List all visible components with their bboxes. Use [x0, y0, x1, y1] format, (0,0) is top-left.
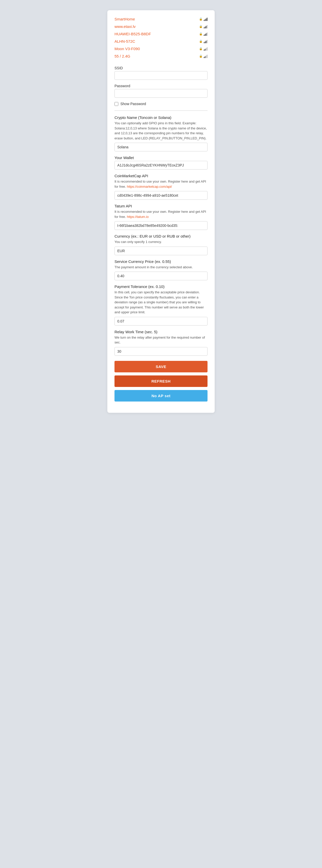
wifi-network-list: SmartHome🔒www.etaxi.lv🔒HUAWEI-B525-B8DF🔒…	[115, 16, 207, 60]
tatum-section: Tatum API It is recommended to use your …	[115, 204, 207, 230]
currency-input[interactable]	[115, 247, 207, 255]
tatum-title: Tatum API	[115, 204, 207, 208]
crypto-input[interactable]	[115, 143, 207, 151]
show-password-label: Show Password	[120, 102, 146, 106]
service-price-title: Service Currency Price (ex. 0.55)	[115, 259, 207, 264]
coinmarketcap-title: CoinMarketCap API	[115, 174, 207, 178]
relay-section: Relay Work Time (sec. 5) We turn on the …	[115, 330, 207, 356]
main-card: SmartHome🔒www.etaxi.lv🔒HUAWEI-B525-B8DF🔒…	[107, 10, 215, 413]
wifi-item[interactable]: Moon V3-F090🔒	[115, 45, 207, 53]
lock-icon: 🔒	[199, 55, 203, 58]
relay-input[interactable]	[115, 347, 207, 356]
coinmarketcap-desc: It is recommended to use your own. Regis…	[115, 179, 207, 189]
tolerance-desc: In this cell, you can specify the accept…	[115, 290, 207, 315]
save-button[interactable]: SAVE	[115, 361, 207, 372]
show-password-row: Show Password	[115, 102, 207, 106]
wifi-network-name: www.etaxi.lv	[115, 24, 136, 29]
wallet-input[interactable]	[115, 161, 207, 169]
signal-icon	[204, 40, 207, 43]
crypto-title: Crypto Name (Toncoin or Solana)	[115, 115, 207, 120]
currency-section: Currency (ex.: EUR or USD or RUB or othe…	[115, 234, 207, 255]
lock-icon: 🔒	[199, 25, 203, 28]
tolerance-title: Payment Tolerance (ex. 0.10)	[115, 284, 207, 289]
service-price-section: Service Currency Price (ex. 0.55) The pa…	[115, 259, 207, 281]
wifi-item[interactable]: ALHN-572C🔒	[115, 38, 207, 45]
currency-title: Currency (ex.: EUR or USD or RUB or othe…	[115, 234, 207, 238]
no-ap-button[interactable]: No AP set	[115, 390, 207, 402]
lock-icon: 🔒	[199, 18, 203, 21]
tatum-link[interactable]: https://tatum.io	[127, 215, 149, 219]
crypto-desc: You can optionally add GPIO pins in this…	[115, 121, 207, 141]
lock-icon: 🔒	[199, 32, 203, 35]
password-group: Password	[115, 84, 207, 98]
signal-icon	[204, 18, 207, 21]
wifi-network-name: SmartHome	[115, 17, 135, 21]
wifi-item[interactable]: 55 / 2.4G🔒	[115, 53, 207, 60]
tolerance-input[interactable]	[115, 317, 207, 326]
tatum-input[interactable]	[115, 221, 207, 230]
ssid-group: SSID	[115, 66, 207, 80]
currency-desc: You can only specify 1 currency.	[115, 239, 207, 245]
buttons-section: SAVE REFRESH No AP set	[115, 361, 207, 402]
ssid-input[interactable]	[115, 71, 207, 80]
wifi-item[interactable]: HUAWEI-B525-B8DF🔒	[115, 30, 207, 38]
wifi-network-name: 55 / 2.4G	[115, 54, 130, 58]
section-divider	[115, 111, 207, 111]
show-password-checkbox[interactable]	[115, 102, 118, 106]
wallet-title: Your Wallet	[115, 155, 207, 160]
tolerance-section: Payment Tolerance (ex. 0.10) In this cel…	[115, 284, 207, 326]
signal-icon	[204, 47, 207, 51]
coinmarketcap-link[interactable]: https://coinmarketcap.com/api/	[127, 185, 172, 188]
coinmarketcap-input[interactable]	[115, 191, 207, 200]
password-input[interactable]	[115, 89, 207, 98]
coinmarketcap-section: CoinMarketCap API It is recommended to u…	[115, 174, 207, 200]
lock-icon: 🔒	[199, 47, 203, 51]
wallet-section: Your Wallet	[115, 155, 207, 169]
signal-icon	[204, 32, 207, 36]
refresh-button[interactable]: REFRESH	[115, 375, 207, 387]
lock-icon: 🔒	[199, 40, 203, 43]
wifi-network-name: Moon V3-F090	[115, 46, 140, 51]
wifi-network-name: ALHN-572C	[115, 39, 135, 43]
wifi-network-name: HUAWEI-B525-B8DF	[115, 32, 151, 36]
wifi-item[interactable]: www.etaxi.lv🔒	[115, 23, 207, 30]
ssid-label: SSID	[115, 66, 207, 70]
service-price-input[interactable]	[115, 272, 207, 280]
relay-title: Relay Work Time (sec. 5)	[115, 330, 207, 334]
signal-icon	[204, 25, 207, 28]
tatum-desc: It is recommended to use your own. Regis…	[115, 209, 207, 219]
wifi-item[interactable]: SmartHome🔒	[115, 16, 207, 23]
service-price-desc: The payment amount in the currency selec…	[115, 265, 207, 270]
signal-icon	[204, 55, 207, 58]
relay-desc: We turn on the relay after payment for t…	[115, 335, 207, 345]
crypto-section: Crypto Name (Toncoin or Solana) You can …	[115, 115, 207, 151]
password-label: Password	[115, 84, 207, 88]
